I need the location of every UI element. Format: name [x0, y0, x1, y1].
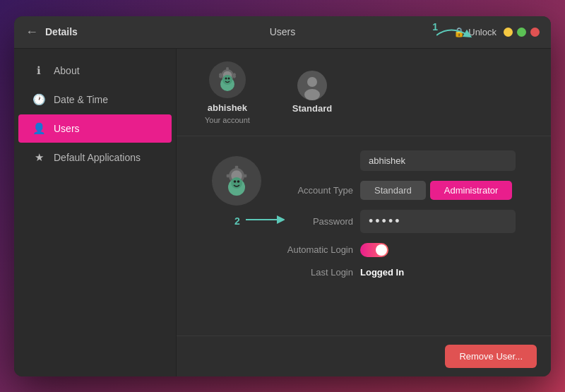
avatar-edit-button[interactable] — [212, 156, 261, 206]
svg-point-28 — [237, 180, 240, 183]
titlebar-right: 1 🔒 Unlock — [453, 27, 540, 37]
last-login-row: Last Login Logged In — [275, 267, 530, 278]
clock-icon: 🕐 — [32, 93, 45, 106]
account-type-buttons: Standard Administrator — [360, 181, 512, 200]
footer: Remove User... — [177, 335, 551, 376]
info-icon: ℹ — [32, 64, 45, 77]
svg-point-17 — [304, 89, 320, 100]
sidebar-item-users[interactable]: 👤 Users — [18, 114, 172, 143]
person-svg — [297, 71, 327, 100]
annotation-2: 2 — [234, 215, 240, 227]
form-fields: Account Type Standard Administrator 2 — [275, 150, 530, 321]
window-controls — [504, 28, 540, 37]
sidebar-label-default-apps: Default Applications — [54, 152, 141, 163]
other-user-avatar — [297, 71, 327, 100]
annotation-arrow-1 — [436, 28, 472, 42]
svg-point-16 — [307, 77, 317, 87]
sidebar-item-default-apps[interactable]: ★ Default Applications — [18, 143, 172, 172]
annotation-arrow-2 — [246, 213, 285, 227]
svg-point-27 — [234, 180, 237, 183]
sidebar-label-users: Users — [54, 123, 80, 134]
auto-login-label: Automatic Login — [275, 244, 353, 255]
remove-user-button[interactable]: Remove User... — [445, 345, 537, 368]
toggle-switch[interactable] — [360, 243, 388, 257]
current-user-sub: Your account — [205, 116, 250, 124]
other-user-name: Standard — [292, 103, 332, 114]
main-panel: abhishek Your account Standard — [177, 49, 551, 376]
users-icon: 👤 — [32, 122, 45, 135]
svg-rect-23 — [243, 174, 247, 177]
last-login-value: Logged In — [360, 267, 404, 278]
last-login-label: Last Login — [275, 267, 353, 278]
svg-rect-24 — [227, 174, 231, 177]
current-user-name: abhishek — [208, 102, 247, 113]
minimize-button[interactable] — [504, 28, 513, 37]
star-icon: ★ — [32, 151, 45, 164]
sidebar: ℹ About 🕐 Date & Time 👤 Users ★ Default … — [14, 49, 177, 376]
titlebar-center-label: Users — [270, 26, 296, 37]
username-row — [275, 150, 530, 171]
svg-point-12 — [222, 75, 232, 85]
auto-login-toggle[interactable] — [360, 243, 388, 257]
maximize-button[interactable] — [517, 28, 526, 37]
titlebar: ← Details Users 1 🔒 Unlock — [14, 16, 551, 49]
current-user-card[interactable]: abhishek Your account — [205, 60, 250, 124]
svg-rect-21 — [235, 165, 238, 170]
account-type-row: Account Type Standard Administrator — [275, 181, 530, 200]
back-button[interactable]: ← — [25, 25, 38, 40]
svg-rect-3 — [226, 67, 229, 71]
svg-point-13 — [225, 77, 227, 79]
close-button[interactable] — [530, 28, 540, 37]
auto-login-row: Automatic Login — [275, 243, 530, 257]
standard-button[interactable]: Standard — [360, 181, 426, 200]
main-window: ← Details Users 1 🔒 Unlock — [14, 16, 551, 376]
password-input[interactable] — [360, 210, 516, 233]
users-header: abhishek Your account Standard — [177, 49, 551, 136]
form-area: Account Type Standard Administrator 2 — [177, 136, 551, 335]
password-row: 2 Password — [275, 210, 530, 233]
account-type-label: Account Type — [275, 185, 353, 196]
sidebar-label-datetime: Date & Time — [54, 94, 108, 105]
svg-point-14 — [227, 77, 230, 79]
sidebar-label-about: About — [54, 65, 80, 76]
other-user-card[interactable]: Standard — [292, 71, 332, 114]
gear-svg — [208, 60, 247, 100]
form-avatar-svg — [212, 156, 261, 206]
username-input[interactable] — [360, 150, 516, 171]
password-label: Password — [275, 216, 353, 227]
sidebar-item-about[interactable]: ℹ About — [18, 57, 172, 85]
current-user-avatar — [208, 60, 247, 100]
administrator-button[interactable]: Administrator — [430, 181, 513, 200]
window-title: Details — [45, 26, 78, 37]
sidebar-item-datetime[interactable]: 🕐 Date & Time — [18, 85, 172, 114]
content-area: ℹ About 🕐 Date & Time 👤 Users ★ Default … — [14, 49, 551, 376]
